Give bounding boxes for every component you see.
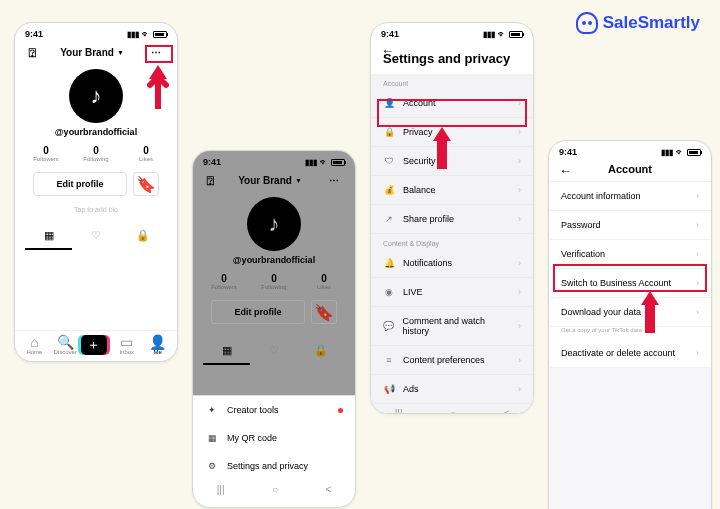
item-download-data[interactable]: Download your data› [549, 298, 711, 327]
person-icon: 👤 [383, 98, 395, 108]
sheet-qr-code[interactable]: ▦My QR code [193, 424, 355, 452]
comment-icon: 💬 [383, 321, 395, 331]
status-bar: 9:41 ▮▮▮ᯤ [15, 23, 177, 41]
edit-profile-button[interactable]: Edit profile [33, 172, 127, 196]
megaphone-icon: 📢 [383, 384, 395, 394]
notification-dot [338, 408, 343, 413]
download-subtitle: Get a copy of your TikTok data [549, 327, 711, 339]
item-ads[interactable]: 📢Ads› [371, 375, 533, 404]
tab-grid[interactable]: ▦ [25, 223, 72, 250]
gear-icon: ⚙ [205, 461, 219, 471]
arrow-switch [639, 291, 661, 335]
svg-rect-0 [437, 139, 447, 169]
item-verification[interactable]: Verification› [549, 240, 711, 269]
action-sheet: ✦Creator tools ▦My QR code ⚙Settings and… [193, 395, 355, 480]
qr-icon: ▦ [205, 433, 219, 443]
lock-icon: 🔒 [383, 127, 395, 137]
item-switch-business[interactable]: Switch to Business Account› [549, 269, 711, 298]
sheet-creator-tools[interactable]: ✦Creator tools [193, 396, 355, 424]
item-content-pref[interactable]: ≡Content preferences› [371, 346, 533, 375]
item-balance[interactable]: 💰Balance› [371, 176, 533, 205]
item-password[interactable]: Password› [549, 211, 711, 240]
status-time: 9:41 [25, 29, 43, 39]
modal-overlay[interactable] [193, 151, 355, 395]
item-comment-history[interactable]: 💬Comment and watch history› [371, 307, 533, 346]
nav-home[interactable]: ⌂Home [19, 335, 50, 355]
nav-me[interactable]: 👤Me [142, 335, 173, 355]
add-person-icon[interactable]: ⍰ [25, 45, 39, 59]
more-menu-button[interactable]: ⋯ [145, 47, 167, 58]
stat-following[interactable]: 0Following [71, 145, 121, 162]
bookmark-button[interactable]: 🔖 [133, 172, 159, 196]
nav-create[interactable]: ＋ [81, 335, 112, 355]
sheet-settings-privacy[interactable]: ⚙Settings and privacy [193, 452, 355, 480]
page-title: Settings and privacy [371, 45, 533, 74]
item-notifications[interactable]: 🔔Notifications› [371, 249, 533, 278]
section-content: Content & Display [371, 234, 533, 249]
wand-icon: ✦ [205, 405, 219, 415]
arrow-more [147, 65, 169, 109]
back-button[interactable]: ← [381, 43, 394, 58]
stat-likes[interactable]: 0Likes [121, 145, 171, 162]
item-account[interactable]: 👤Account› [371, 89, 533, 118]
shield-icon: 🛡 [383, 156, 395, 166]
live-icon: ◉ [383, 287, 395, 297]
system-nav: |||○< [193, 480, 355, 501]
add-bio[interactable]: Tap to add bio [15, 202, 177, 223]
phone-settings: 9:41▮▮▮ᯤ ← Settings and privacy Account … [370, 22, 534, 414]
item-share-profile[interactable]: ↗Share profile› [371, 205, 533, 234]
brand-dropdown[interactable]: Your Brand▼ [60, 47, 124, 58]
wallet-icon: 💰 [383, 185, 395, 195]
tab-liked[interactable]: ♡ [72, 223, 119, 250]
chevron-right-icon: › [518, 98, 521, 108]
arrow-account [431, 127, 453, 171]
section-account: Account [371, 74, 533, 89]
nav-discover[interactable]: 🔍Discover [50, 335, 81, 355]
handle: @yourbrandofficial [15, 127, 177, 137]
tab-private[interactable]: 🔒 [120, 223, 167, 250]
item-deactivate[interactable]: Deactivate or delete account› [549, 339, 711, 368]
svg-rect-1 [645, 303, 655, 333]
share-icon: ↗ [383, 214, 395, 224]
phone-account: 9:41▮▮▮ᯤ ← Account Account information› … [548, 140, 712, 509]
phone-profile: 9:41 ▮▮▮ᯤ ⍰ Your Brand▼ ⋯ ♪ @yourbrandof… [14, 22, 178, 362]
avatar[interactable]: ♪ [69, 69, 123, 123]
tiktok-icon: ♪ [91, 83, 102, 109]
nav-inbox[interactable]: ▭Inbox [111, 335, 142, 355]
back-button[interactable]: ← [559, 163, 572, 178]
page-title: Account [549, 159, 711, 182]
phone-menu-sheet: 9:41▮▮▮ᯤ ⍰Your Brand▼⋯ ♪ @yourbrandoffic… [192, 150, 356, 508]
stat-followers[interactable]: 0Followers [21, 145, 71, 162]
item-account-info[interactable]: Account information› [549, 182, 711, 211]
item-live[interactable]: ◉LIVE› [371, 278, 533, 307]
sliders-icon: ≡ [383, 355, 395, 365]
bell-icon: 🔔 [383, 258, 395, 268]
